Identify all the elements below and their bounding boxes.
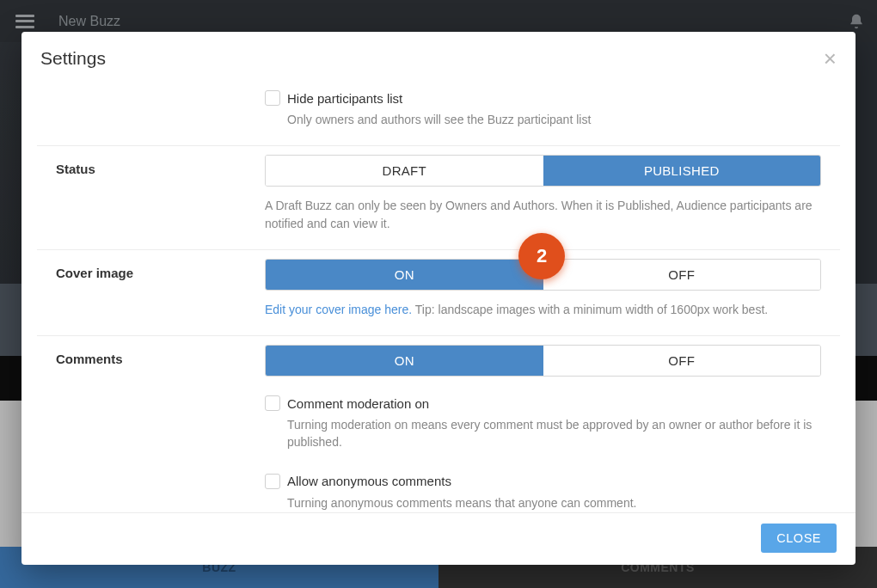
cover-on-option[interactable]: ON: [266, 260, 543, 290]
modal-header: Settings ×: [21, 32, 856, 82]
status-draft-option[interactable]: DRAFT: [266, 156, 543, 186]
modal-footer: CLOSE: [21, 512, 856, 565]
section-participants: Hide participants list Only owners and a…: [37, 82, 840, 146]
section-comments: Comments ON OFF Comment moderation on Tu…: [37, 336, 840, 512]
close-icon[interactable]: ×: [824, 47, 837, 70]
hide-participants-label: Hide participants list: [287, 91, 402, 106]
comment-moderation-label: Comment moderation on: [287, 396, 429, 411]
cover-off-option[interactable]: OFF: [543, 260, 821, 290]
step-badge: 2: [518, 233, 565, 279]
modal-title: Settings: [40, 48, 106, 69]
comments-label: Comments: [56, 345, 265, 377]
participants-label-col: [56, 90, 265, 128]
edit-cover-image-link[interactable]: Edit your cover image here.: [265, 303, 412, 316]
hide-participants-checkbox[interactable]: [265, 90, 280, 106]
comment-moderation-help: Turning moderation on means every commen…: [287, 416, 821, 451]
cover-image-label: Cover image: [56, 259, 265, 291]
cover-image-tip: Tip: landscape images with a minimum wid…: [412, 303, 768, 316]
section-cover-image: Cover image ON OFF Edit your cover image…: [37, 250, 840, 336]
allow-anonymous-help: Turning anonymous comments means that an…: [287, 494, 821, 511]
status-published-option[interactable]: PUBLISHED: [543, 156, 821, 186]
close-button[interactable]: CLOSE: [761, 524, 837, 553]
section-status: Status DRAFT PUBLISHED A Draft Buzz can …: [37, 146, 840, 250]
hide-participants-help: Only owners and authors will see the Buz…: [287, 111, 821, 128]
comments-on-option[interactable]: ON: [266, 346, 543, 376]
comments-toggle: ON OFF: [265, 345, 821, 377]
comment-moderation-checkbox[interactable]: [265, 395, 280, 411]
status-label: Status: [56, 155, 265, 187]
comments-off-option[interactable]: OFF: [543, 346, 821, 376]
status-toggle: DRAFT PUBLISHED: [265, 155, 821, 187]
allow-anonymous-label: Allow anonymous comments: [287, 474, 451, 488]
settings-modal: Settings × Hide participants list Only o…: [21, 32, 856, 565]
modal-body[interactable]: Hide participants list Only owners and a…: [21, 82, 856, 512]
allow-anonymous-checkbox[interactable]: [265, 474, 280, 489]
status-help: A Draft Buzz can only be seen by Owners …: [265, 197, 821, 232]
